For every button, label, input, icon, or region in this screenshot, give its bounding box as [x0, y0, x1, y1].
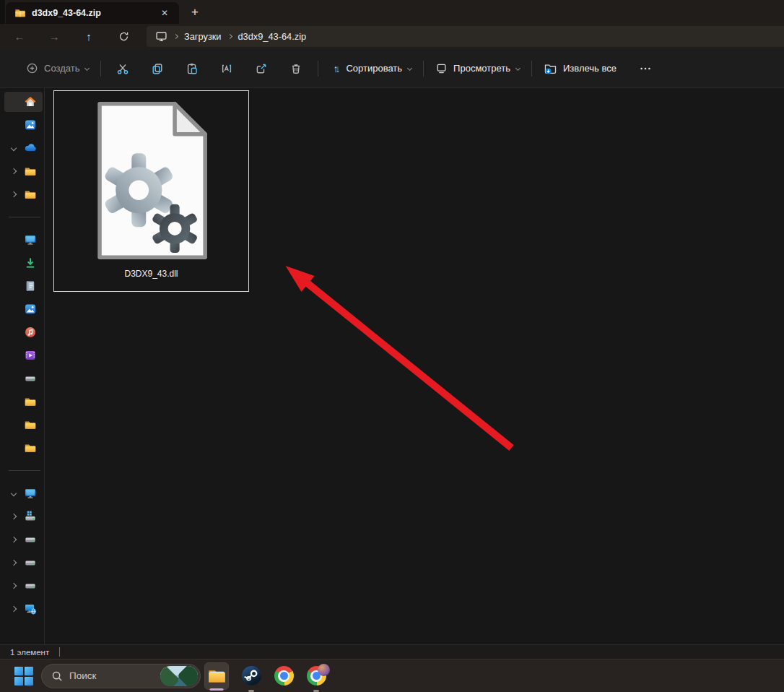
sidebar-item-home[interactable]	[0, 90, 44, 113]
sidebar-item-folder[interactable]	[0, 390, 44, 413]
refresh-icon[interactable]	[106, 27, 141, 47]
view-icon	[435, 62, 448, 74]
steam-icon	[242, 666, 261, 685]
share-button[interactable]	[244, 56, 279, 82]
sidebar-item-folder[interactable]	[0, 183, 44, 206]
delete-button[interactable]	[279, 56, 313, 82]
sidebar-item-folder[interactable]	[0, 413, 44, 436]
share-icon	[255, 62, 268, 75]
folder-icon	[24, 395, 37, 408]
sort-label: Сортировать	[346, 63, 402, 74]
taskbar-app-chrome[interactable]	[271, 662, 296, 690]
network-icon	[24, 602, 37, 615]
sidebar-item-onedrive[interactable]	[0, 137, 44, 160]
sidebar-item-pictures[interactable]	[0, 298, 44, 321]
chevron-down-icon	[84, 66, 90, 71]
sidebar-divider	[0, 459, 44, 482]
windows-start-icon[interactable]	[14, 667, 33, 685]
view-button[interactable]: Просмотреть	[428, 56, 527, 80]
forward-icon[interactable]: →	[37, 27, 71, 47]
chevron-right-icon[interactable]	[11, 583, 17, 589]
chevron-right-icon[interactable]	[11, 191, 17, 197]
sort-button[interactable]: ↑↓ Сортировать	[326, 57, 419, 80]
sidebar-item-downloads[interactable]	[0, 251, 44, 274]
plus-circle-icon	[26, 62, 38, 74]
videos-icon	[24, 349, 37, 362]
chevron-right-icon[interactable]	[11, 537, 17, 542]
sidebar-item-gallery[interactable]	[0, 113, 44, 137]
chevron-down-icon[interactable]	[11, 145, 17, 151]
cut-button[interactable]	[105, 56, 140, 82]
chevron-right-icon[interactable]	[11, 606, 17, 612]
more-options-button[interactable]	[631, 56, 660, 82]
chevron-right-icon[interactable]	[11, 560, 17, 566]
sidebar-item-drive[interactable]	[0, 551, 44, 574]
sidebar-item-this-pc[interactable]	[0, 482, 44, 505]
search-icon	[51, 670, 63, 682]
folder-icon	[24, 418, 37, 431]
taskbar-search[interactable]: Поиск	[41, 664, 201, 688]
navigation-pane	[0, 88, 45, 644]
profile-planet-badge	[318, 664, 330, 676]
zip-folder-icon	[14, 7, 26, 19]
extract-all-button[interactable]: Извлечь все	[536, 56, 624, 81]
sidebar-item-network[interactable]	[0, 597, 44, 620]
breadcrumb-zip[interactable]: d3dx9_43-64.zip	[238, 31, 307, 42]
file-explorer-icon	[207, 666, 227, 685]
chevron-down-icon[interactable]	[11, 490, 17, 496]
explorer-tab[interactable]: d3dx9_43-64.zip ✕	[6, 2, 179, 24]
divider	[100, 61, 101, 77]
up-icon[interactable]: ↑	[71, 27, 106, 47]
copy-button[interactable]	[140, 56, 175, 82]
this-pc-icon	[155, 30, 167, 43]
chevron-right-icon	[227, 34, 232, 39]
sidebar-item-windows-drive[interactable]	[0, 505, 44, 528]
chevron-down-icon	[515, 66, 521, 71]
new-tab-button[interactable]: +	[185, 4, 205, 21]
drive-icon	[24, 372, 37, 385]
window-edge	[0, 0, 5, 24]
taskbar-app-chrome-profile[interactable]	[304, 662, 328, 690]
sidebar-item-folder[interactable]	[0, 160, 44, 183]
taskbar: Поиск	[0, 659, 784, 692]
sidebar-item-videos[interactable]	[0, 344, 44, 367]
desktop-icon	[24, 233, 37, 246]
sidebar-item-music[interactable]	[0, 321, 44, 344]
home-icon	[24, 95, 37, 108]
sidebar-item-desktop[interactable]	[0, 228, 44, 251]
paste-button[interactable]	[175, 56, 209, 82]
trash-icon	[289, 62, 302, 75]
sidebar-item-drive[interactable]	[0, 574, 44, 597]
folder-icon	[24, 165, 37, 178]
tab-close-icon[interactable]: ✕	[156, 7, 173, 19]
search-highlight-image[interactable]	[160, 666, 198, 686]
sidebar-item-drive[interactable]	[0, 367, 44, 390]
sidebar-item-folder[interactable]	[0, 436, 44, 459]
sidebar-item-drive[interactable]	[0, 528, 44, 551]
sidebar-item-documents[interactable]	[0, 274, 44, 298]
create-button[interactable]: Создать	[19, 56, 96, 80]
status-bar: 1 элемент	[0, 644, 784, 659]
chevron-right-icon[interactable]	[11, 168, 17, 174]
folder-icon	[24, 188, 37, 201]
chevron-right-icon[interactable]	[11, 514, 17, 519]
command-bar: Создать ↑↓ Сортировать Просмотреть Извле…	[0, 49, 784, 88]
chevron-down-icon	[407, 66, 412, 71]
file-list-area: D3DX9_43.dll	[45, 88, 784, 644]
back-icon[interactable]: ←	[2, 27, 37, 47]
file-item-d3dx9[interactable]: D3DX9_43.dll	[53, 90, 249, 292]
create-label: Создать	[44, 63, 79, 74]
extract-all-icon	[544, 61, 557, 75]
item-count: 1 элемент	[10, 648, 49, 657]
breadcrumb[interactable]: Загрузки d3dx9_43-64.zip	[147, 26, 784, 47]
divider	[531, 61, 532, 77]
title-bar: d3dx9_43-64.zip ✕ +	[0, 0, 784, 24]
status-divider	[59, 647, 60, 657]
taskbar-app-file-explorer[interactable]	[204, 662, 229, 690]
taskbar-app-steam[interactable]	[239, 662, 263, 690]
breadcrumb-downloads[interactable]: Загрузки	[184, 31, 222, 42]
onedrive-icon	[24, 142, 37, 155]
chrome-icon	[307, 666, 326, 685]
cut-icon	[116, 62, 129, 75]
rename-button[interactable]	[209, 56, 244, 82]
